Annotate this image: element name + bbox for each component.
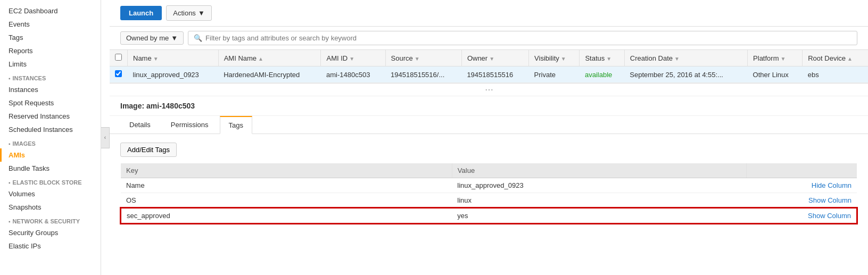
sidebar-item-events[interactable]: Events	[0, 18, 101, 31]
sort-arrow-visibility: ▼	[561, 56, 566, 62]
tags-col-key: Key	[121, 163, 452, 178]
col-header-ami-name[interactable]: AMI Name▲	[218, 50, 321, 66]
col-label-ami-id: AMI ID	[326, 54, 348, 62]
sidebar-item-snapshots[interactable]: Snapshots	[0, 201, 101, 214]
detail-image-label: Image: ami-1480c503	[110, 96, 868, 116]
sidebar-section-images-header[interactable]: ▪IMAGES	[0, 136, 101, 148]
section-collapse-icon: ▪	[9, 219, 11, 224]
sidebar-item-scheduled-instances[interactable]: Scheduled Instances	[0, 123, 101, 136]
col-label-platform: Platform	[753, 54, 779, 62]
col-label-root-device: Root Device	[808, 54, 846, 62]
section-collapse-icon: ▪	[9, 141, 11, 147]
tag-key: Name	[121, 178, 452, 193]
tags-table: KeyValue Namelinux_approved_0923Hide Col…	[120, 163, 857, 224]
tab-tags[interactable]: Tags	[220, 116, 252, 134]
tags-col-value: Value	[452, 163, 746, 178]
sidebar-item-elastic-ips[interactable]: Elastic IPs	[0, 239, 101, 253]
search-box[interactable]: 🔍	[188, 31, 857, 45]
owned-by-filter[interactable]: Owned by me ▼	[120, 31, 184, 45]
sidebar-section-network-header[interactable]: ▪NETWORK & SECURITY	[0, 214, 101, 226]
sort-arrow-name: ▼	[153, 56, 159, 62]
sort-arrow-ami-id: ▼	[349, 56, 354, 62]
sidebar-item-reports[interactable]: Reports	[0, 44, 101, 57]
cell-status: available	[580, 66, 624, 83]
cell-owner: 194518515516	[461, 66, 528, 83]
owned-by-chevron-icon: ▼	[171, 34, 178, 42]
owned-by-label: Owned by me	[126, 34, 169, 42]
sidebar-item-spot-requests[interactable]: Spot Requests	[0, 96, 101, 110]
cell-name: linux_approved_0923	[128, 66, 219, 83]
section-collapse-icon: ▪	[9, 180, 11, 186]
sidebar-item-tags[interactable]: Tags	[0, 31, 101, 44]
sort-arrow-creation-date: ▼	[674, 56, 680, 62]
tag-key: OS	[121, 193, 452, 209]
tab-details[interactable]: Details	[120, 116, 160, 134]
col-header-visibility[interactable]: Visibility▼	[529, 50, 580, 66]
sidebar-item-amis[interactable]: AMIs	[0, 148, 101, 162]
tab-permissions[interactable]: Permissions	[162, 116, 218, 134]
col-header-creation-date[interactable]: Creation Date▼	[624, 50, 747, 66]
sidebar-item-security-groups[interactable]: Security Groups	[0, 226, 101, 239]
actions-button[interactable]: Actions ▼	[166, 5, 212, 21]
sidebar-section-ebs-header[interactable]: ▪ELASTIC BLOCK STORE	[0, 175, 101, 187]
row-checkbox[interactable]	[115, 70, 122, 77]
add-edit-tags-button[interactable]: Add/Edit Tags	[120, 143, 177, 157]
tag-key: sec_approved	[121, 208, 452, 223]
ami-table: Name▼AMI Name▲AMI ID▼Source▼Owner▼Visibi…	[110, 50, 868, 83]
detail-panel: Image: ami-1480c503 DetailsPermissionsTa…	[110, 96, 868, 275]
tag-value: yes	[452, 208, 746, 223]
launch-button[interactable]: Launch	[120, 6, 162, 20]
sidebar-collapse-arrow[interactable]: ‹	[101, 127, 110, 148]
col-header-name[interactable]: Name▼	[128, 50, 219, 66]
actions-chevron-icon: ▼	[198, 9, 205, 17]
col-label-ami-name: AMI Name	[224, 54, 257, 62]
resize-handle[interactable]: ⋯	[110, 84, 868, 96]
sort-arrow-platform: ▼	[780, 56, 786, 62]
filter-bar: Owned by me ▼ 🔍	[110, 27, 868, 50]
cell-source: 194518515516/...	[385, 66, 461, 83]
tags-row: sec_approvedyesShow Column	[121, 208, 857, 223]
search-input[interactable]	[205, 34, 852, 42]
select-all-checkbox-header[interactable]	[110, 50, 128, 66]
sidebar-item-instances[interactable]: Instances	[0, 83, 101, 96]
sort-arrow-root-device: ▲	[847, 56, 853, 62]
sidebar-item-reserved-instances[interactable]: Reserved Instances	[0, 110, 101, 123]
table-row[interactable]: linux_approved_0923HardenedAMI-Encrypted…	[110, 66, 868, 83]
tag-action-show[interactable]: Show Column	[747, 193, 857, 209]
cell-ami-name: HardenedAMI-Encrypted	[218, 66, 321, 83]
col-label-owner: Owner	[467, 54, 487, 62]
sidebar-item-bundle-tasks[interactable]: Bundle Tasks	[0, 162, 101, 175]
sidebar-item-volumes[interactable]: Volumes	[0, 187, 101, 201]
section-label: ELASTIC BLOCK STORE	[13, 179, 82, 186]
cell-ami-id: ami-1480c503	[321, 66, 385, 83]
col-label-creation-date: Creation Date	[630, 54, 673, 62]
col-header-status[interactable]: Status▼	[580, 50, 624, 66]
tag-value: linux	[452, 193, 746, 209]
col-label-source: Source	[391, 54, 413, 62]
detail-tabs: DetailsPermissionsTags	[110, 116, 868, 134]
col-header-platform[interactable]: Platform▼	[748, 50, 803, 66]
cell-root-device: ebs	[803, 66, 868, 83]
section-label: IMAGES	[13, 140, 36, 147]
sidebar: EC2 DashboardEventsTagsReportsLimits▪INS…	[0, 0, 101, 275]
sort-arrow-source: ▼	[415, 56, 420, 62]
tags-row: OSlinuxShow Column	[121, 193, 857, 209]
tags-content: Add/Edit Tags KeyValue Namelinux_approve…	[110, 134, 868, 232]
tag-action-show[interactable]: Show Column	[747, 208, 857, 223]
cell-visibility: Private	[529, 66, 580, 83]
sidebar-item-limits[interactable]: Limits	[0, 57, 101, 71]
col-label-name: Name	[133, 54, 152, 62]
tag-action-hide[interactable]: Hide Column	[747, 178, 857, 193]
sidebar-item-ec2-dashboard[interactable]: EC2 Dashboard	[0, 4, 101, 18]
sort-arrow-ami-name: ▲	[258, 56, 263, 62]
col-header-source[interactable]: Source▼	[385, 50, 461, 66]
section-label: NETWORK & SECURITY	[13, 218, 80, 224]
cell-platform: Other Linux	[748, 66, 803, 83]
col-label-visibility: Visibility	[534, 54, 559, 62]
col-header-owner[interactable]: Owner▼	[461, 50, 528, 66]
toolbar: Launch Actions ▼	[110, 0, 868, 27]
col-header-ami-id[interactable]: AMI ID▼	[321, 50, 385, 66]
select-all-checkbox[interactable]	[115, 54, 122, 61]
sidebar-section-instances-header[interactable]: ▪INSTANCES	[0, 71, 101, 83]
col-header-root-device[interactable]: Root Device▲	[803, 50, 868, 66]
